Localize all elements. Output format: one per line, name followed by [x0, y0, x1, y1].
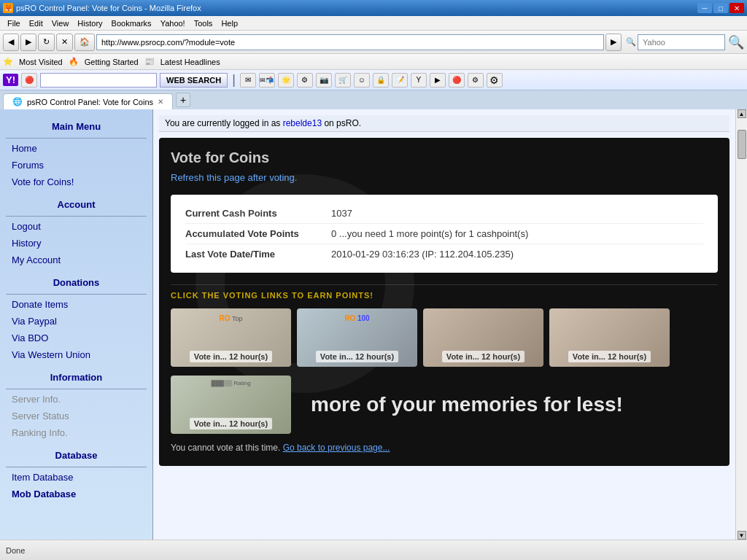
login-username[interactable]: rebelde13 [283, 118, 322, 128]
titlebar: 🦊 psRO Control Panel: Vote for Coins - M… [0, 0, 747, 16]
search-label: 🔍 [626, 37, 636, 47]
vote-panel: Vote for Coins Refresh this page after v… [159, 138, 729, 466]
vote-card-5-inner: ▓▓▓▒▒ Rating [174, 380, 288, 386]
yahoo-icon-10[interactable]: Y [411, 73, 427, 88]
tab-title: psRO Control Panel: Vote for Coins [27, 98, 153, 106]
vote-card-3[interactable]: Vote in... 12 hour(s) [423, 308, 543, 367]
scrollbar[interactable]: ▲ ▼ [735, 109, 747, 540]
yahoo-icon-8[interactable]: 🔒 [373, 73, 389, 88]
status-text: Done [6, 546, 741, 555]
titlebar-left: 🦊 psRO Control Panel: Vote for Coins - M… [3, 3, 201, 13]
window-title: psRO Control Panel: Vote for Coins - Moz… [16, 4, 201, 12]
bookmark-latest-headlines[interactable]: Latest Headlines [160, 58, 220, 66]
menu-bookmarks[interactable]: Bookmarks [107, 18, 156, 29]
sidebar-item-item-database[interactable]: Item Database [0, 469, 152, 486]
divider-1 [6, 138, 147, 139]
yahoo-icon-13[interactable]: ⚙ [468, 73, 484, 88]
tab-favicon: 🌐 [12, 97, 23, 106]
ad-overlay: more of your memories for less! [305, 387, 729, 422]
yahoo-search-button[interactable]: WEB SEARCH [160, 73, 228, 88]
titlebar-buttons[interactable]: ─ □ ✕ [697, 3, 744, 13]
yahoo-icon-1[interactable]: 🔴 [21, 73, 37, 88]
sidebar-item-via-paypal[interactable]: Via Paypal [0, 313, 152, 330]
sidebar-item-home[interactable]: Home [0, 140, 152, 157]
bookmark-getting-started[interactable]: Getting Started [85, 58, 139, 66]
page-content: You are currently logged in as rebelde13… [153, 109, 735, 540]
reload-button[interactable]: ↻ [38, 34, 55, 51]
sidebar-item-donate-items[interactable]: Donate Items [0, 296, 152, 313]
vote-card-5[interactable]: ▓▓▓▒▒ Rating Vote in... 12 hour(s) [171, 376, 291, 434]
sidebar-item-history[interactable]: History [0, 235, 152, 252]
yahoo-settings-icon[interactable]: ⚙ [487, 73, 503, 88]
tab-bar: 🌐 psRO Control Panel: Vote for Coins ✕ + [0, 90, 747, 109]
yahoo-icon-6[interactable]: 🛒 [335, 73, 351, 88]
vote-cards: RO Top Vote in... 12 hour(s) RO 100 Vote… [171, 308, 718, 367]
yahoo-search-input[interactable] [40, 73, 157, 88]
yahoo-icon-11[interactable]: ▶ [430, 73, 446, 88]
stop-button[interactable]: ✕ [56, 34, 73, 51]
sidebar-item-server-status[interactable]: Server Status [0, 408, 152, 424]
sidebar-item-ranking-info[interactable]: Ranking Info. [0, 424, 152, 441]
menu-history[interactable]: History [73, 18, 107, 29]
search-input[interactable] [638, 34, 725, 50]
menubar: File Edit View History Bookmarks Yahoo! … [0, 16, 747, 31]
information-title: Information [0, 369, 152, 386]
sidebar: Main Menu Home Forums Vote for Coins! Ac… [0, 109, 153, 540]
divider-2 [6, 216, 147, 217]
yahoo-mail-icon[interactable]: ✉ [240, 73, 256, 88]
divider-5 [6, 467, 147, 467]
bookmark-most-visited[interactable]: Most Visited [19, 58, 63, 66]
sidebar-item-vote[interactable]: Vote for Coins! [0, 174, 152, 190]
sidebar-item-mob-database[interactable]: Mob Database [0, 486, 152, 502]
main-menu-title: Main Menu [0, 118, 152, 135]
maximize-button[interactable]: □ [713, 3, 728, 13]
tab-close-icon[interactable]: ✕ [158, 98, 163, 106]
yahoo-icon-7[interactable]: ☺ [354, 73, 370, 88]
go-button[interactable]: ▶ [605, 34, 622, 51]
menu-edit[interactable]: Edit [25, 18, 47, 29]
sidebar-item-server-info[interactable]: Server Info. [0, 391, 152, 408]
home-button[interactable]: 🏠 [74, 34, 95, 51]
scroll-thumb[interactable] [738, 130, 746, 159]
vote-card-1[interactable]: RO Top Vote in... 12 hour(s) [171, 308, 291, 367]
login-suffix: on psRO. [322, 118, 361, 128]
go-back-link[interactable]: Go back to previous page... [283, 443, 390, 453]
menu-yahoo[interactable]: Yahoo! [156, 18, 190, 29]
back-button[interactable]: ◀ [3, 34, 19, 51]
bookmark-separator-1: 🔥 [69, 57, 79, 66]
forward-button[interactable]: ▶ [20, 34, 36, 51]
login-status: You are currently logged in as rebelde13… [159, 115, 729, 132]
yahoo-icon-4[interactable]: ⚙ [297, 73, 313, 88]
sidebar-item-logout[interactable]: Logout [0, 218, 152, 235]
address-bar[interactable] [96, 34, 604, 50]
close-button[interactable]: ✕ [729, 3, 744, 13]
vote-card-4[interactable]: Vote in... 12 hour(s) [549, 308, 670, 367]
yahoo-icon-9[interactable]: 📝 [392, 73, 408, 88]
bookmarks-label: ⭐ [3, 57, 13, 66]
sidebar-item-via-bdo[interactable]: Via BDO [0, 330, 152, 346]
yahoo-logo: Y! [3, 74, 18, 86]
yahoo-icon-2[interactable]: ✉📬 [259, 73, 275, 88]
active-tab[interactable]: 🌐 psRO Control Panel: Vote for Coins ✕ [3, 93, 173, 109]
yahoo-icon-12[interactable]: 🔴 [449, 73, 465, 88]
sidebar-item-myaccount[interactable]: My Account [0, 252, 152, 268]
menu-tools[interactable]: Tools [190, 18, 217, 29]
login-prefix: You are currently logged in as [165, 118, 283, 128]
minimize-button[interactable]: ─ [697, 3, 712, 13]
menu-help[interactable]: Help [217, 18, 242, 29]
vote-card-5-label: Vote in... 12 hour(s) [190, 418, 272, 429]
cannot-vote-label: You cannot vote at this time. [171, 443, 280, 453]
browser-content: Main Menu Home Forums Vote for Coins! Ac… [0, 109, 747, 540]
yahoo-icon-3[interactable]: 🌟 [278, 73, 294, 88]
scroll-up-button[interactable]: ▲ [738, 109, 746, 118]
divider-4 [6, 389, 147, 389]
yahoo-icon-5[interactable]: 📷 [316, 73, 332, 88]
menu-view[interactable]: View [47, 18, 74, 29]
sidebar-item-via-western-union[interactable]: Via Western Union [0, 346, 152, 363]
scroll-down-button[interactable]: ▼ [738, 531, 746, 540]
vote-card-2[interactable]: RO 100 Vote in... 12 hour(s) [297, 308, 417, 367]
sidebar-item-forums[interactable]: Forums [0, 157, 152, 174]
new-tab-button[interactable]: + [176, 93, 190, 107]
cannot-vote-text: You cannot vote at this time. Go back to… [171, 443, 718, 453]
menu-file[interactable]: File [3, 18, 25, 29]
